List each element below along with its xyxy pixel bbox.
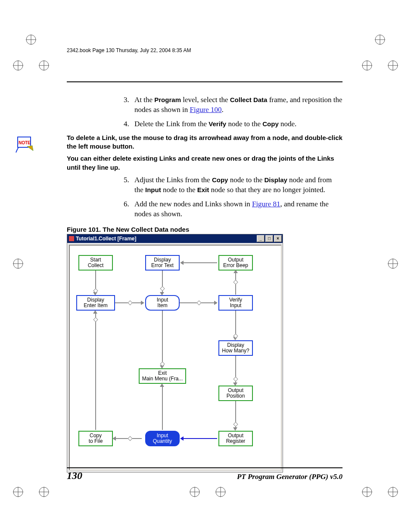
node-output-register[interactable]: Output Register [218, 431, 253, 446]
svg-point-12 [13, 259, 23, 268]
text: node to the [226, 120, 262, 128]
crop-mark-icon [39, 487, 49, 497]
node-label: Verify [221, 297, 250, 303]
arrow-up-icon [93, 310, 97, 314]
note-text-2: You can either delete existing Links and… [67, 154, 342, 172]
node-label: How Many? [221, 348, 250, 354]
step-3: At the Program level, select the Collect… [131, 95, 342, 115]
arrow-right-icon [141, 301, 144, 305]
crop-mark-icon [362, 487, 372, 497]
node-exit-main-menu[interactable]: Exit Main Menu (Fra... [139, 368, 186, 384]
text: At the [134, 96, 154, 104]
link-figure-100[interactable]: Figure 100 [190, 106, 221, 114]
text: Adjust the Links from the [134, 176, 212, 184]
node-label: Exit [141, 370, 184, 376]
figure-caption: Figure 101. The New Collect Data nodes [67, 225, 342, 234]
crop-mark-icon [190, 487, 200, 497]
node-label: Quantity [148, 439, 177, 444]
node-verify-input[interactable]: Verify Input [218, 295, 253, 311]
node-input-item[interactable]: Input Item [145, 295, 180, 311]
term-program: Program [154, 96, 181, 103]
term-input: Input [145, 186, 161, 193]
window-titlebar[interactable]: Tutorial1.Collect [Frame] _ □ × [67, 234, 283, 243]
arrow-down-icon [160, 292, 164, 296]
note-text-1: To delete a Link, use the mouse to drag … [67, 134, 342, 151]
crop-mark-icon [388, 60, 398, 71]
term-verify: Verify [209, 120, 226, 128]
arrow-left-icon [180, 436, 184, 441]
node-label: Error Text [148, 263, 177, 268]
node-copy-to-file[interactable]: Copy to File [78, 431, 113, 446]
link[interactable] [162, 311, 163, 365]
node-label: Enter Item [79, 303, 112, 308]
svg-point-24 [190, 487, 199, 497]
svg-point-39 [375, 35, 385, 44]
link[interactable] [183, 262, 217, 263]
term-copy: Copy [262, 120, 279, 128]
window-minimize-button[interactable]: _ [257, 235, 265, 242]
term-collect-data: Collect Data [230, 96, 268, 103]
page-number: 130 [67, 470, 82, 482]
crop-mark-icon [13, 60, 23, 71]
node-display-enter-item[interactable]: Display Enter Item [76, 295, 115, 311]
figure-window: Tutorial1.Collect [Frame] _ □ × Start Co… [67, 234, 283, 473]
link-figure-81[interactable]: Figure 81 [252, 200, 280, 208]
text: Delete the Link from the [134, 120, 209, 128]
text: . [222, 106, 224, 114]
crop-header-text: 2342.book Page 130 Thursday, July 22, 20… [67, 47, 342, 53]
term-display: Display [264, 176, 287, 184]
term-exit: Exit [197, 186, 209, 193]
header-rule [67, 81, 342, 82]
link[interactable] [95, 313, 96, 430]
arrow-down-icon [233, 427, 237, 431]
text: Add the new nodes and Links shown in [134, 200, 252, 208]
window-maximize-button[interactable]: □ [265, 235, 273, 242]
node-label: Input [148, 433, 177, 439]
note-icon: NOTE [15, 134, 36, 154]
step-6: Add the new nodes and Links shown in Fig… [131, 199, 342, 219]
crop-mark-icon [39, 60, 49, 71]
node-label: Input [148, 297, 177, 303]
crop-mark-icon [362, 60, 372, 71]
crop-mark-icon [388, 258, 398, 269]
text: node to the [228, 176, 264, 184]
node-output-error-beep[interactable]: Output Error Beep [218, 255, 253, 271]
node-label: Position [221, 393, 250, 399]
link[interactable] [162, 386, 163, 430]
text: node so that they are no longer jointed. [209, 186, 325, 194]
node-label: Output [221, 257, 250, 263]
window-close-button[interactable]: × [274, 235, 282, 242]
step-4: Delete the Link from the Verify node to … [131, 119, 342, 129]
node-label: Error Beep [221, 263, 250, 268]
node-label: Display [221, 342, 250, 348]
node-label: Display [148, 257, 177, 263]
crop-mark-icon [26, 34, 36, 45]
node-input-quantity[interactable]: Input Quantity [145, 431, 180, 446]
term-copy: Copy [212, 176, 228, 184]
link[interactable] [183, 438, 217, 439]
svg-point-27 [216, 487, 225, 497]
node-label: Collect [81, 263, 110, 268]
node-label: Input [221, 303, 250, 308]
arrow-up-icon [160, 383, 164, 387]
crop-mark-icon [215, 487, 226, 497]
text: node. [279, 120, 297, 128]
svg-point-36 [26, 35, 36, 44]
svg-point-6 [362, 61, 372, 70]
node-display-how-many[interactable]: Display How Many? [218, 340, 253, 356]
node-output-position[interactable]: Output Position [218, 386, 253, 401]
arrow-left-icon [180, 261, 184, 265]
svg-point-18 [13, 487, 23, 497]
step-5: Adjust the Links from the Copy node to t… [131, 175, 342, 195]
flow-canvas[interactable]: Start Collect Display Error Text Output … [69, 245, 282, 470]
arrow-right-icon [214, 301, 218, 305]
window-title: Tutorial1.Collect [Frame] [76, 235, 136, 242]
svg-point-0 [13, 61, 23, 70]
svg-point-3 [39, 61, 49, 70]
node-display-error-text[interactable]: Display Error Text [145, 255, 180, 271]
node-label: Output [221, 433, 250, 439]
node-start-collect[interactable]: Start Collect [78, 255, 113, 271]
crop-mark-icon [388, 487, 398, 497]
document-title: PT Program Generator (PPG) v5.0 [237, 473, 342, 481]
window-icon [69, 236, 74, 241]
